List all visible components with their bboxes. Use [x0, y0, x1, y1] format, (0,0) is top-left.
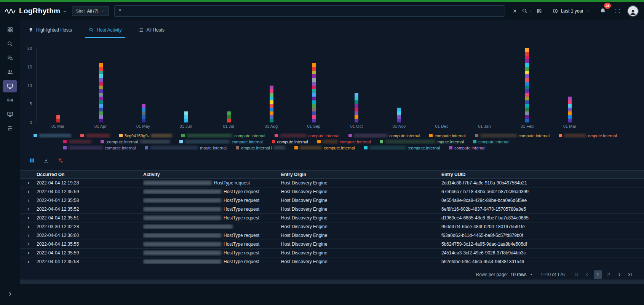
stacked-bar[interactable] [568, 97, 572, 122]
fullscreen-button[interactable] [613, 6, 622, 16]
legend-item[interactable]: compute.internal [473, 140, 509, 144]
table-row[interactable]: 2022-04-04 12:35:51HostType requestHost … [20, 214, 644, 222]
sidebar-item-users[interactable] [3, 66, 17, 78]
stacked-bar[interactable] [56, 115, 60, 123]
table-row[interactable]: 2022-04-04 12:19:28HostType requestHost … [20, 179, 644, 187]
page-number-2[interactable]: 2 [604, 270, 613, 279]
table-row[interactable]: 2022-04-04 12:35:58HostType requestHost … [20, 196, 644, 205]
table-row[interactable]: 2022-04-04 12:35:52HostType requestHost … [20, 205, 644, 214]
legend-item[interactable]: ompute.internal [559, 133, 617, 138]
rows-per-page-select[interactable]: Rows per page: 10 rows [476, 272, 533, 277]
stacked-bar[interactable] [397, 108, 401, 122]
table-row[interactable]: 2022-04-04 12:35:59HostType requestHost … [20, 249, 644, 257]
column-header-activity[interactable]: Activity [143, 172, 281, 177]
first-page-button[interactable] [572, 270, 581, 279]
legend-redacted-text [385, 140, 435, 143]
table-row[interactable]: 2022-04-04 12:35:58HostType requestHost … [20, 257, 644, 266]
bar-segment [525, 104, 529, 108]
legend-item[interactable]: compute.internal [317, 140, 371, 144]
column-header-entry-origin[interactable]: Entry Orgin [281, 172, 441, 177]
horizontal-scrollbar[interactable] [20, 280, 644, 284]
previous-page-button[interactable] [583, 270, 591, 279]
last-page-button[interactable] [626, 270, 634, 279]
clear-search-button[interactable] [510, 6, 519, 16]
user-avatar[interactable] [627, 5, 639, 17]
legend-item[interactable] [80, 134, 110, 137]
legend-item[interactable]: mpute.internal [380, 140, 464, 144]
stacked-bar[interactable] [227, 111, 231, 122]
clear-filter-button[interactable] [56, 157, 64, 164]
analyze-search-icon [7, 55, 13, 61]
tab-all-hosts[interactable]: All Hosts [134, 25, 168, 38]
stacked-bar[interactable] [355, 93, 358, 122]
site-selector[interactable]: Site: All (7) [72, 6, 109, 16]
activity-visible-text: HostType request [224, 207, 259, 212]
stacked-bar[interactable] [270, 86, 273, 123]
row-expand-button[interactable] [20, 199, 37, 203]
tab-highlighted-hosts[interactable]: Highlighted Hosts [24, 25, 76, 38]
table-row[interactable]: 2022-04-04 12:35:55HostType requestHost … [20, 240, 644, 249]
legend-item[interactable]: compute.internal [63, 146, 136, 150]
legend-item[interactable] [34, 134, 71, 137]
column-header-occurred-on[interactable]: Occurred On [37, 172, 143, 177]
columns-button[interactable] [28, 157, 36, 164]
stacked-bar[interactable] [312, 63, 316, 122]
sidebar-item-deployment[interactable] [3, 108, 17, 121]
stacked-bar[interactable] [142, 104, 145, 122]
stacked-bar[interactable] [184, 111, 188, 122]
next-page-button[interactable] [615, 270, 623, 279]
notifications-button[interactable]: 26 [598, 6, 607, 16]
legend-item[interactable]: 5cg94159g9- [119, 133, 172, 138]
table-row[interactable]: 2022-03-30 12:32:28Host Discovery Engine… [20, 222, 644, 231]
legend-item[interactable]: compute.internal [272, 140, 308, 144]
legend-item[interactable]: .compute.internal [101, 140, 170, 144]
row-expand-button[interactable] [20, 251, 37, 255]
row-expand-button[interactable] [20, 190, 37, 194]
chevron-right-icon [26, 260, 30, 264]
stacked-bar[interactable] [99, 63, 103, 122]
search-input[interactable] [114, 5, 505, 17]
stacked-bar[interactable] [525, 48, 529, 122]
sidebar-item-dashboards[interactable] [3, 24, 17, 36]
row-expand-button[interactable] [20, 234, 37, 238]
legend-item[interactable]: ompute.internal i [236, 146, 285, 150]
save-search-button[interactable] [535, 6, 544, 16]
bar-segment [568, 108, 572, 111]
table-row[interactable]: 2022-04-04 12:35:59HostType requestHost … [20, 187, 644, 196]
row-expand-button[interactable] [20, 225, 37, 229]
row-expand-button[interactable] [20, 216, 37, 220]
legend-item[interactable]: mpute.internal [145, 146, 227, 150]
legend-item[interactable]: compute.internal [449, 146, 485, 150]
download-button[interactable] [42, 157, 50, 164]
column-header-entry-uuid[interactable]: Entry UUID [441, 172, 644, 177]
legend-swatch [145, 146, 148, 149]
row-expand-button[interactable] [20, 207, 37, 211]
legend-item[interactable]: compute.internal [294, 146, 355, 150]
sidebar-item-network[interactable] [3, 94, 17, 106]
page-number-1[interactable]: 1 [594, 270, 602, 279]
legend-item[interactable]: compute.internal [179, 140, 262, 144]
tab-host-activity[interactable]: Host Activity [85, 25, 125, 38]
sidebar-item-administration[interactable] [3, 122, 17, 135]
legend-item[interactable]: compute.internal [475, 133, 550, 138]
bar-segment [525, 71, 529, 75]
legend-item[interactable]: :compute.internal [364, 146, 440, 150]
row-expand-button[interactable] [20, 260, 37, 264]
sidebar-item-analyze[interactable] [3, 52, 17, 64]
activity-visible-text: HostType request [214, 180, 250, 186]
legend-item[interactable]: compute.internal [181, 133, 265, 138]
sidebar-expand-button[interactable] [7, 291, 13, 297]
legend-item[interactable]: compute.internal [275, 133, 339, 138]
row-expand-button[interactable] [20, 242, 37, 246]
legend-item[interactable] [63, 140, 91, 143]
row-expand-button[interactable] [20, 181, 37, 185]
sidebar-item-hosts[interactable] [3, 80, 17, 92]
legend-item[interactable]: compute.internal [429, 133, 465, 138]
table-row[interactable]: 2022-04-04 12:36:00HostType requestHost … [20, 231, 644, 240]
legend-redacted-text [564, 134, 586, 137]
sidebar-item-case-search[interactable] [3, 38, 17, 50]
search-options-button[interactable] [522, 6, 532, 16]
legend-item[interactable]: compute.internal [348, 133, 420, 138]
close-icon [512, 8, 518, 14]
time-range-selector[interactable]: Last 1 year [549, 6, 593, 16]
